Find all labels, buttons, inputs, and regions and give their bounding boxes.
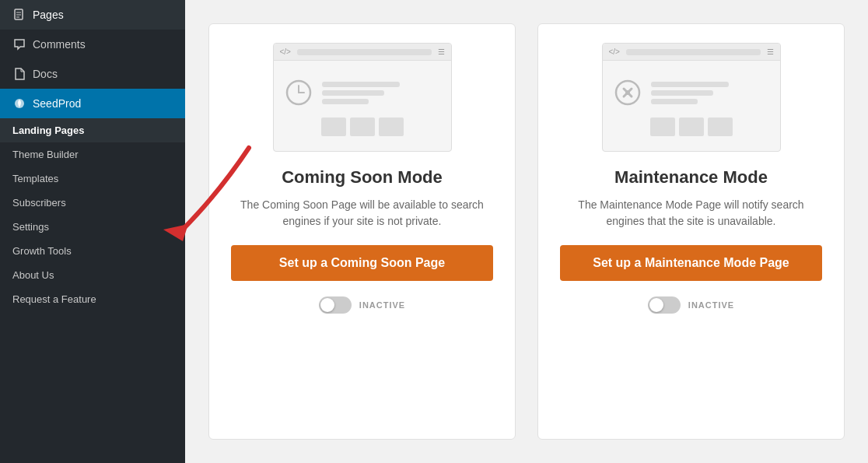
maintenance-mode-toggle[interactable] [648, 296, 681, 314]
browser-toolbar-1: </> ☰ [274, 44, 451, 61]
settings-label: Settings [12, 221, 49, 233]
coming-soon-status-label: INACTIVE [359, 300, 405, 310]
browser-right-lines-2 [651, 82, 772, 104]
coming-soon-description: The Coming Soon Page will be available t… [231, 197, 493, 230]
browser-block-2c [708, 118, 733, 136]
browser-toolbar-2: </> ☰ [603, 44, 780, 61]
about-us-label: About Us [12, 269, 54, 281]
browser-content-row-1 [282, 75, 443, 110]
sidebar-sub-subscribers[interactable]: Subscribers [0, 191, 185, 215]
coming-soon-browser-mockup: </> ☰ [273, 43, 452, 152]
coming-soon-card: </> ☰ [208, 23, 516, 440]
main-content: </> ☰ [185, 0, 868, 463]
browser-tag-icon-2: </> [609, 47, 620, 56]
coming-soon-title: Coming Soon Mode [282, 167, 443, 188]
docs-icon [12, 67, 26, 81]
sidebar-sub-request-feature[interactable]: Request a Feature [0, 287, 185, 311]
browser-menu-icon-1: ☰ [438, 47, 445, 56]
browser-block-2a [650, 118, 675, 136]
sidebar-sub-theme-builder[interactable]: Theme Builder [0, 142, 185, 167]
pages-icon [12, 8, 26, 22]
browser-address-bar-1 [297, 49, 432, 55]
sidebar-item-seedprod[interactable]: SeedProd [0, 89, 185, 118]
browser-line-1b [322, 90, 384, 96]
seedprod-icon [12, 96, 26, 110]
svg-point-10 [625, 90, 630, 95]
sidebar-sub-growth-tools[interactable]: Growth Tools [0, 239, 185, 263]
sidebar-sub-about-us[interactable]: About Us [0, 263, 185, 287]
templates-label: Templates [12, 173, 58, 184]
browser-content-row-2 [611, 75, 772, 110]
subscribers-label: Subscribers [12, 197, 66, 209]
maintenance-mode-status-label: INACTIVE [688, 300, 734, 310]
sidebar-label-comments: Comments [33, 38, 86, 51]
browser-block-2b [679, 118, 704, 136]
sidebar-label-seedprod: SeedProd [33, 97, 81, 110]
browser-blocks-1 [321, 118, 404, 136]
browser-menu-icon-2: ☰ [767, 47, 774, 56]
browser-address-bar-2 [626, 49, 761, 55]
theme-builder-label: Theme Builder [12, 149, 79, 160]
sidebar: Pages Comments Docs SeedProd Landing Pag… [0, 0, 185, 463]
clock-icon [282, 75, 316, 110]
maintenance-mode-description: The Maintenance Mode Page will notify se… [560, 197, 822, 230]
sidebar-label-pages: Pages [33, 9, 64, 21]
sidebar-item-pages[interactable]: Pages [0, 0, 185, 30]
browser-block-1c [379, 118, 404, 136]
wrench-icon [611, 75, 645, 110]
browser-line-1a [322, 82, 400, 87]
comments-icon [12, 37, 26, 51]
maintenance-mode-card: </> ☰ [537, 23, 845, 440]
sidebar-item-comments[interactable]: Comments [0, 30, 185, 59]
browser-body-2 [603, 61, 780, 151]
browser-block-1b [350, 118, 375, 136]
landing-pages-label: Landing Pages [12, 125, 84, 136]
browser-line-1c [322, 99, 369, 104]
browser-blocks-2 [650, 118, 733, 136]
coming-soon-toggle-status: INACTIVE [319, 296, 405, 314]
coming-soon-cta-button[interactable]: Set up a Coming Soon Page [231, 245, 493, 281]
request-feature-label: Request a Feature [12, 293, 96, 305]
maintenance-mode-cta-button[interactable]: Set up a Maintenance Mode Page [560, 245, 822, 281]
browser-tag-icon-1: </> [280, 47, 291, 56]
browser-block-1a [321, 118, 346, 136]
maintenance-mode-toggle-thumb [649, 298, 663, 312]
browser-line-2a [651, 82, 729, 87]
sidebar-sub-templates[interactable]: Templates [0, 167, 185, 191]
browser-line-2c [651, 99, 698, 104]
maintenance-mode-toggle-status: INACTIVE [648, 296, 734, 314]
browser-right-lines-1 [322, 82, 443, 104]
sidebar-label-docs: Docs [33, 68, 58, 80]
browser-body-1 [274, 61, 451, 151]
sidebar-item-docs[interactable]: Docs [0, 59, 185, 89]
sidebar-sub-landing-pages[interactable]: Landing Pages [0, 118, 185, 142]
cards-container: </> ☰ [208, 23, 845, 440]
sidebar-sub-settings[interactable]: Settings [0, 215, 185, 239]
maintenance-browser-mockup: </> ☰ [602, 43, 781, 152]
coming-soon-toggle-thumb [320, 298, 334, 312]
browser-line-2b [651, 90, 713, 96]
growth-tools-label: Growth Tools [12, 245, 72, 257]
maintenance-mode-title: Maintenance Mode [614, 167, 768, 188]
coming-soon-toggle[interactable] [319, 296, 352, 314]
